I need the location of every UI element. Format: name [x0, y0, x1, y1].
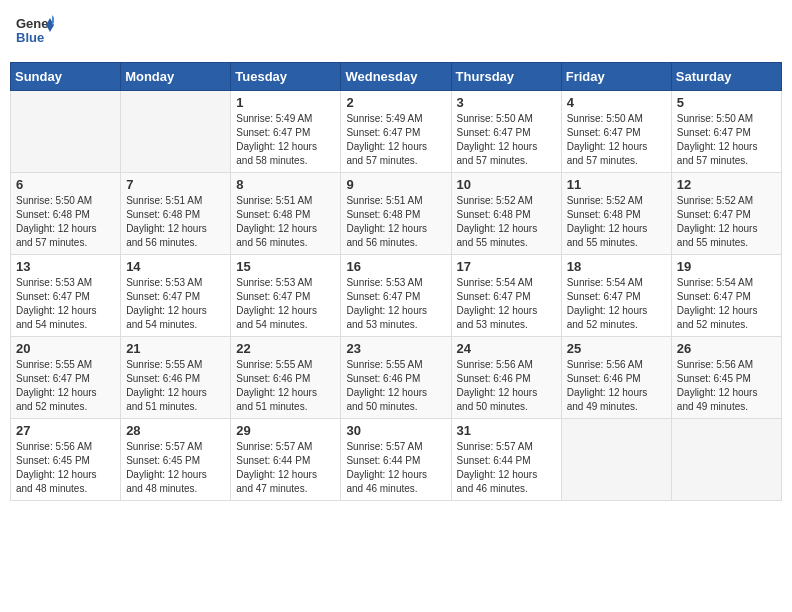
- calendar-cell: 28Sunrise: 5:57 AM Sunset: 6:45 PM Dayli…: [121, 419, 231, 501]
- calendar-cell: 19Sunrise: 5:54 AM Sunset: 6:47 PM Dayli…: [671, 255, 781, 337]
- day-info: Sunrise: 5:54 AM Sunset: 6:47 PM Dayligh…: [567, 276, 666, 332]
- calendar-cell: 29Sunrise: 5:57 AM Sunset: 6:44 PM Dayli…: [231, 419, 341, 501]
- day-info: Sunrise: 5:50 AM Sunset: 6:47 PM Dayligh…: [677, 112, 776, 168]
- weekday-header-monday: Monday: [121, 63, 231, 91]
- calendar-cell: 9Sunrise: 5:51 AM Sunset: 6:48 PM Daylig…: [341, 173, 451, 255]
- day-number: 29: [236, 423, 335, 438]
- day-number: 30: [346, 423, 445, 438]
- day-number: 16: [346, 259, 445, 274]
- day-info: Sunrise: 5:55 AM Sunset: 6:46 PM Dayligh…: [346, 358, 445, 414]
- weekday-header-friday: Friday: [561, 63, 671, 91]
- day-info: Sunrise: 5:50 AM Sunset: 6:47 PM Dayligh…: [567, 112, 666, 168]
- day-info: Sunrise: 5:51 AM Sunset: 6:48 PM Dayligh…: [236, 194, 335, 250]
- day-info: Sunrise: 5:52 AM Sunset: 6:48 PM Dayligh…: [457, 194, 556, 250]
- day-info: Sunrise: 5:54 AM Sunset: 6:47 PM Dayligh…: [457, 276, 556, 332]
- calendar-cell: 21Sunrise: 5:55 AM Sunset: 6:46 PM Dayli…: [121, 337, 231, 419]
- day-info: Sunrise: 5:57 AM Sunset: 6:44 PM Dayligh…: [236, 440, 335, 496]
- day-number: 14: [126, 259, 225, 274]
- day-number: 8: [236, 177, 335, 192]
- calendar-cell: 13Sunrise: 5:53 AM Sunset: 6:47 PM Dayli…: [11, 255, 121, 337]
- calendar-cell: 22Sunrise: 5:55 AM Sunset: 6:46 PM Dayli…: [231, 337, 341, 419]
- calendar-week-row: 27Sunrise: 5:56 AM Sunset: 6:45 PM Dayli…: [11, 419, 782, 501]
- calendar-cell: [11, 91, 121, 173]
- calendar-cell: 27Sunrise: 5:56 AM Sunset: 6:45 PM Dayli…: [11, 419, 121, 501]
- day-info: Sunrise: 5:53 AM Sunset: 6:47 PM Dayligh…: [236, 276, 335, 332]
- day-info: Sunrise: 5:55 AM Sunset: 6:46 PM Dayligh…: [236, 358, 335, 414]
- day-number: 1: [236, 95, 335, 110]
- day-number: 18: [567, 259, 666, 274]
- day-number: 31: [457, 423, 556, 438]
- calendar-week-row: 13Sunrise: 5:53 AM Sunset: 6:47 PM Dayli…: [11, 255, 782, 337]
- calendar-cell: 17Sunrise: 5:54 AM Sunset: 6:47 PM Dayli…: [451, 255, 561, 337]
- calendar-week-row: 1Sunrise: 5:49 AM Sunset: 6:47 PM Daylig…: [11, 91, 782, 173]
- day-info: Sunrise: 5:56 AM Sunset: 6:45 PM Dayligh…: [677, 358, 776, 414]
- day-info: Sunrise: 5:56 AM Sunset: 6:46 PM Dayligh…: [457, 358, 556, 414]
- day-info: Sunrise: 5:56 AM Sunset: 6:45 PM Dayligh…: [16, 440, 115, 496]
- day-info: Sunrise: 5:56 AM Sunset: 6:46 PM Dayligh…: [567, 358, 666, 414]
- weekday-header-sunday: Sunday: [11, 63, 121, 91]
- day-number: 2: [346, 95, 445, 110]
- calendar-cell: 10Sunrise: 5:52 AM Sunset: 6:48 PM Dayli…: [451, 173, 561, 255]
- calendar-cell: 14Sunrise: 5:53 AM Sunset: 6:47 PM Dayli…: [121, 255, 231, 337]
- day-info: Sunrise: 5:55 AM Sunset: 6:46 PM Dayligh…: [126, 358, 225, 414]
- day-info: Sunrise: 5:49 AM Sunset: 6:47 PM Dayligh…: [346, 112, 445, 168]
- day-number: 10: [457, 177, 556, 192]
- logo: General Blue: [14, 10, 54, 54]
- calendar-cell: 12Sunrise: 5:52 AM Sunset: 6:47 PM Dayli…: [671, 173, 781, 255]
- day-info: Sunrise: 5:50 AM Sunset: 6:47 PM Dayligh…: [457, 112, 556, 168]
- calendar-cell: 6Sunrise: 5:50 AM Sunset: 6:48 PM Daylig…: [11, 173, 121, 255]
- day-number: 28: [126, 423, 225, 438]
- weekday-header-tuesday: Tuesday: [231, 63, 341, 91]
- day-number: 23: [346, 341, 445, 356]
- day-info: Sunrise: 5:53 AM Sunset: 6:47 PM Dayligh…: [346, 276, 445, 332]
- calendar-cell: 2Sunrise: 5:49 AM Sunset: 6:47 PM Daylig…: [341, 91, 451, 173]
- calendar-week-row: 6Sunrise: 5:50 AM Sunset: 6:48 PM Daylig…: [11, 173, 782, 255]
- calendar-cell: 3Sunrise: 5:50 AM Sunset: 6:47 PM Daylig…: [451, 91, 561, 173]
- calendar-cell: 26Sunrise: 5:56 AM Sunset: 6:45 PM Dayli…: [671, 337, 781, 419]
- day-number: 24: [457, 341, 556, 356]
- day-info: Sunrise: 5:51 AM Sunset: 6:48 PM Dayligh…: [346, 194, 445, 250]
- day-number: 21: [126, 341, 225, 356]
- calendar-cell: 20Sunrise: 5:55 AM Sunset: 6:47 PM Dayli…: [11, 337, 121, 419]
- day-number: 3: [457, 95, 556, 110]
- day-number: 13: [16, 259, 115, 274]
- day-info: Sunrise: 5:52 AM Sunset: 6:47 PM Dayligh…: [677, 194, 776, 250]
- day-info: Sunrise: 5:50 AM Sunset: 6:48 PM Dayligh…: [16, 194, 115, 250]
- svg-text:Blue: Blue: [16, 30, 44, 45]
- calendar-cell: [671, 419, 781, 501]
- day-number: 27: [16, 423, 115, 438]
- header: General Blue: [10, 10, 782, 54]
- calendar-cell: 4Sunrise: 5:50 AM Sunset: 6:47 PM Daylig…: [561, 91, 671, 173]
- calendar-cell: 30Sunrise: 5:57 AM Sunset: 6:44 PM Dayli…: [341, 419, 451, 501]
- day-number: 22: [236, 341, 335, 356]
- calendar-cell: 16Sunrise: 5:53 AM Sunset: 6:47 PM Dayli…: [341, 255, 451, 337]
- calendar-cell: [121, 91, 231, 173]
- calendar-table: SundayMondayTuesdayWednesdayThursdayFrid…: [10, 62, 782, 501]
- day-number: 5: [677, 95, 776, 110]
- day-info: Sunrise: 5:49 AM Sunset: 6:47 PM Dayligh…: [236, 112, 335, 168]
- weekday-header-row: SundayMondayTuesdayWednesdayThursdayFrid…: [11, 63, 782, 91]
- day-number: 12: [677, 177, 776, 192]
- day-info: Sunrise: 5:52 AM Sunset: 6:48 PM Dayligh…: [567, 194, 666, 250]
- day-number: 4: [567, 95, 666, 110]
- weekday-header-saturday: Saturday: [671, 63, 781, 91]
- day-info: Sunrise: 5:53 AM Sunset: 6:47 PM Dayligh…: [126, 276, 225, 332]
- day-number: 19: [677, 259, 776, 274]
- day-number: 15: [236, 259, 335, 274]
- calendar-cell: 23Sunrise: 5:55 AM Sunset: 6:46 PM Dayli…: [341, 337, 451, 419]
- calendar-cell: 15Sunrise: 5:53 AM Sunset: 6:47 PM Dayli…: [231, 255, 341, 337]
- calendar-cell: 31Sunrise: 5:57 AM Sunset: 6:44 PM Dayli…: [451, 419, 561, 501]
- day-number: 7: [126, 177, 225, 192]
- day-number: 26: [677, 341, 776, 356]
- day-number: 9: [346, 177, 445, 192]
- day-info: Sunrise: 5:55 AM Sunset: 6:47 PM Dayligh…: [16, 358, 115, 414]
- day-info: Sunrise: 5:51 AM Sunset: 6:48 PM Dayligh…: [126, 194, 225, 250]
- calendar-cell: 1Sunrise: 5:49 AM Sunset: 6:47 PM Daylig…: [231, 91, 341, 173]
- day-number: 20: [16, 341, 115, 356]
- calendar-cell: 25Sunrise: 5:56 AM Sunset: 6:46 PM Dayli…: [561, 337, 671, 419]
- day-info: Sunrise: 5:57 AM Sunset: 6:44 PM Dayligh…: [346, 440, 445, 496]
- calendar-cell: 5Sunrise: 5:50 AM Sunset: 6:47 PM Daylig…: [671, 91, 781, 173]
- day-number: 11: [567, 177, 666, 192]
- day-number: 17: [457, 259, 556, 274]
- calendar-cell: 7Sunrise: 5:51 AM Sunset: 6:48 PM Daylig…: [121, 173, 231, 255]
